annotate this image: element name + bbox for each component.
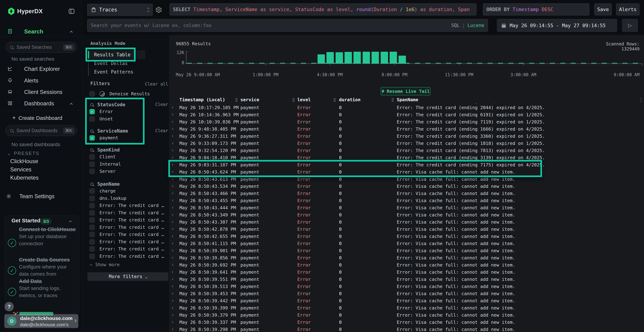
get-started-item[interactable]: Add DataStart sending logs, metrics, or … <box>19 278 76 299</box>
analysis-mode-event-patterns[interactable]: Event Patterns <box>89 68 145 76</box>
table-row[interactable]: May 26 9:04:18.410 PMpaymentError0Error:… <box>169 154 644 161</box>
sql-mode-toggle[interactable]: SQL <box>451 23 460 28</box>
chevron-right-icon[interactable] <box>171 292 173 294</box>
column-header-service[interactable]: service <box>240 96 259 104</box>
sidebar-item-clickhouse[interactable]: ClickHouse <box>10 158 38 164</box>
chevron-right-icon[interactable] <box>171 164 173 166</box>
table-row[interactable]: May 26 9:33:09.173 PMpaymentError0Error:… <box>169 140 644 147</box>
alerts-button[interactable]: Alerts <box>616 4 640 16</box>
chevron-right-icon[interactable] <box>171 228 173 230</box>
get-started-item[interactable]: Create Data SourcesConfigure where your … <box>19 256 76 278</box>
table-row[interactable]: May 26 8:50:39.453 PMpaymentError0Error:… <box>169 290 644 297</box>
chevron-right-icon[interactable] <box>171 156 173 158</box>
sidebar-item-client-sessions[interactable]: Client Sessions <box>0 88 82 97</box>
chevron-right-icon[interactable] <box>171 200 173 202</box>
table-row[interactable]: May 26 8:50:39.901 PMpaymentError0Error:… <box>169 247 644 254</box>
chevron-right-icon[interactable] <box>171 171 173 173</box>
chevron-right-icon[interactable] <box>171 257 173 259</box>
table-row[interactable]: May 26 8:50:43.455 PMpaymentError0Error:… <box>169 197 644 204</box>
chevron-right-icon[interactable] <box>171 121 173 123</box>
table-row[interactable]: May 26 8:50:39.379 PMpaymentError0Error:… <box>169 312 644 319</box>
table-row[interactable]: May 26 10:17:29.105 PMpaymentError0Error… <box>169 104 644 111</box>
lucene-search-input[interactable]: Search your events w/ Lucene ex. column:… <box>87 19 488 32</box>
chevron-right-icon[interactable] <box>171 135 173 137</box>
sidebar-item-chart-explorer[interactable]: Chart Explorer <box>0 66 82 74</box>
run-query-button[interactable]: ▷ <box>622 19 638 32</box>
lucene-mode-toggle[interactable]: Lucene <box>468 23 484 28</box>
table-row[interactable]: May 26 8:50:43.466 PMpaymentError0Error:… <box>169 190 644 197</box>
date-range-picker[interactable]: May 26 09:14:55 - May 27 09:14:55 <box>497 19 617 32</box>
chevron-right-icon[interactable] <box>171 328 173 330</box>
chevron-right-icon[interactable] <box>171 278 173 280</box>
chevron-right-icon[interactable] <box>171 250 173 252</box>
table-row[interactable]: May 26 9:36:27.311 PMpaymentError0Error:… <box>169 133 644 140</box>
sidebar-item-search[interactable]: Search <box>0 28 82 36</box>
chevron-up-icon[interactable] <box>70 220 72 224</box>
table-row[interactable]: May 26 8:50:39.551 PMpaymentError0Error:… <box>169 276 644 283</box>
denoise-filter[interactable]: Denoise Results <box>90 90 150 98</box>
analysis-mode-results-table[interactable]: Results Table <box>89 50 145 59</box>
table-row[interactable]: May 26 9:03:31.187 PMpaymentError0Error:… <box>169 161 644 168</box>
chevron-right-icon[interactable] <box>171 314 173 316</box>
chevron-right-icon[interactable] <box>171 321 173 323</box>
chevron-right-icon[interactable] <box>171 264 173 266</box>
get-started-item[interactable]: Connect to ClickHouseSet up your databas… <box>19 226 76 247</box>
save-button[interactable]: Save <box>594 4 612 16</box>
table-row[interactable]: May 26 8:50:39.641 PMpaymentError0Error:… <box>169 269 644 276</box>
chevron-right-icon[interactable] <box>171 192 173 194</box>
column-drag-handle-icon[interactable] <box>392 98 394 102</box>
sidebar-item-alerts[interactable]: Alerts <box>0 77 82 86</box>
create-dashboard-button[interactable]: + Create Dashboard <box>0 114 82 122</box>
chevron-right-icon[interactable] <box>171 142 173 144</box>
table-row[interactable]: May 26 8:50:39.856 PMpaymentError0Error:… <box>169 254 644 262</box>
table-row[interactable]: May 26 8:50:43.349 PMpaymentError0Error:… <box>169 212 644 218</box>
chevron-right-icon[interactable] <box>171 185 173 187</box>
table-row[interactable]: May 26 10:14:36.963 PMpaymentError0Error… <box>169 111 644 118</box>
sidebar-item-team-settings[interactable]: Team Settings <box>0 193 82 202</box>
table-row[interactable]: May 26 8:50:43.613 PMpaymentError0Error:… <box>169 176 644 183</box>
saved-searches-input[interactable]: Saved Searches ⌘K <box>5 42 77 52</box>
sql-select-input[interactable]: SELECT Timestamp, ServiceName as service… <box>170 4 476 16</box>
column-drag-handle-icon[interactable] <box>334 98 336 102</box>
sidebar-item-services[interactable]: Services <box>10 166 32 173</box>
chevron-right-icon[interactable] <box>171 285 173 287</box>
sidebar-collapse-icon[interactable] <box>68 8 75 15</box>
table-row[interactable]: May 26 8:50:43.307 PMpaymentError0Error:… <box>169 218 644 226</box>
clear-all-button[interactable]: Clear all <box>145 82 168 86</box>
table-row[interactable]: May 26 9:32:54.120 PMpaymentError0Error:… <box>169 147 644 154</box>
table-row[interactable]: May 26 10:10:39.836 PMpaymentError0Error… <box>169 118 644 126</box>
table-row[interactable]: May 26 8:50:42.878 PMpaymentError0Error:… <box>169 226 644 233</box>
table-row[interactable]: May 26 8:50:39.442 PMpaymentError0Error:… <box>169 297 644 304</box>
table-row[interactable]: May 26 9:48:38.405 PMpaymentError0Error:… <box>169 126 644 133</box>
chevron-right-icon[interactable] <box>171 235 173 237</box>
chevron-right-icon[interactable] <box>171 242 173 244</box>
order-by-input[interactable]: ORDER BY Timestamp DESC <box>483 4 589 16</box>
chevron-right-icon[interactable] <box>171 271 173 273</box>
source-settings-gear-icon[interactable] <box>155 6 162 14</box>
column-header-duration[interactable]: duration <box>339 96 360 104</box>
table-row[interactable]: May 26 8:50:39.513 PMpaymentError0Error:… <box>169 283 644 290</box>
chevron-right-icon[interactable] <box>171 149 173 151</box>
table-row[interactable]: May 26 8:50:39.692 PMpaymentError0Error:… <box>169 262 644 269</box>
table-row[interactable]: May 26 8:50:42.655 PMpaymentError0Error:… <box>169 233 644 240</box>
column-menu-icon[interactable]: ⋮ <box>639 96 644 104</box>
table-row[interactable]: May 26 8:50:39.298 PMpaymentError0Error:… <box>169 326 644 332</box>
table-row[interactable]: May 26 8:50:43.444 PMpaymentError0Error:… <box>169 204 644 212</box>
chevron-right-icon[interactable] <box>171 106 173 108</box>
column-header-timestamp[interactable]: Timestamp (Local) <box>180 96 225 104</box>
column-header-spanname[interactable]: SpanName <box>397 96 418 104</box>
chevron-right-icon[interactable] <box>171 128 173 130</box>
chevron-right-icon[interactable] <box>171 221 173 223</box>
presets-header[interactable]: PRESETS <box>8 150 39 156</box>
chevron-right-icon[interactable] <box>171 178 173 180</box>
column-drag-handle-icon[interactable] <box>236 98 238 102</box>
more-filters-button[interactable]: More filters <box>88 272 168 281</box>
source-select[interactable]: Traces <box>87 4 153 16</box>
table-row[interactable]: May 26 8:50:39.399 PMpaymentError0Error:… <box>169 304 644 312</box>
saved-dashboards-input[interactable]: Saved Dashboards ⌘K <box>5 125 77 136</box>
chevron-right-icon[interactable] <box>171 206 173 208</box>
column-header-level[interactable]: level <box>297 96 311 104</box>
column-drag-handle-icon[interactable] <box>292 98 295 102</box>
table-row[interactable]: May 26 8:50:41.115 PMpaymentError0Error:… <box>169 240 644 247</box>
table-row[interactable]: May 26 8:50:39.337 PMpaymentError0Error:… <box>169 319 644 326</box>
